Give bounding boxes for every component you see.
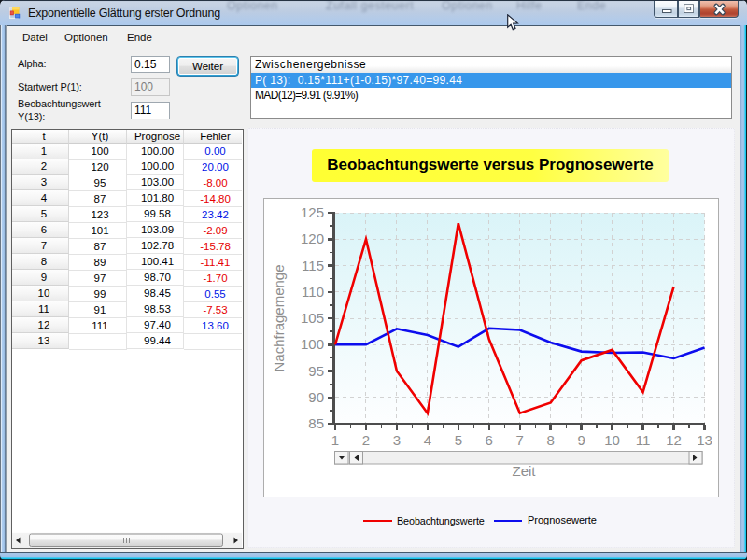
svg-text:12: 12 xyxy=(666,432,682,448)
svg-text:11: 11 xyxy=(636,432,651,448)
svg-text:125: 125 xyxy=(301,204,324,220)
svg-text:2: 2 xyxy=(362,432,370,448)
svg-text:3: 3 xyxy=(393,432,401,448)
svg-text:6: 6 xyxy=(486,432,493,448)
svg-text:90: 90 xyxy=(308,389,324,405)
svg-text:Zeit: Zeit xyxy=(512,463,536,479)
svg-text:13: 13 xyxy=(697,432,712,448)
svg-text:105: 105 xyxy=(301,310,324,326)
svg-text:7: 7 xyxy=(516,432,524,448)
svg-text:95: 95 xyxy=(308,363,324,379)
svg-text:5: 5 xyxy=(455,432,462,448)
svg-text:110: 110 xyxy=(302,284,324,300)
svg-text:1: 1 xyxy=(331,432,339,448)
svg-text:Nachfragemenge: Nachfragemenge xyxy=(271,264,287,371)
svg-text:8: 8 xyxy=(547,432,555,448)
svg-text:120: 120 xyxy=(301,231,324,246)
svg-text:100: 100 xyxy=(301,336,324,352)
svg-text:9: 9 xyxy=(577,432,585,448)
svg-text:10: 10 xyxy=(604,432,620,448)
svg-text:4: 4 xyxy=(424,432,431,448)
svg-text:85: 85 xyxy=(308,415,324,431)
svg-text:115: 115 xyxy=(302,258,324,273)
